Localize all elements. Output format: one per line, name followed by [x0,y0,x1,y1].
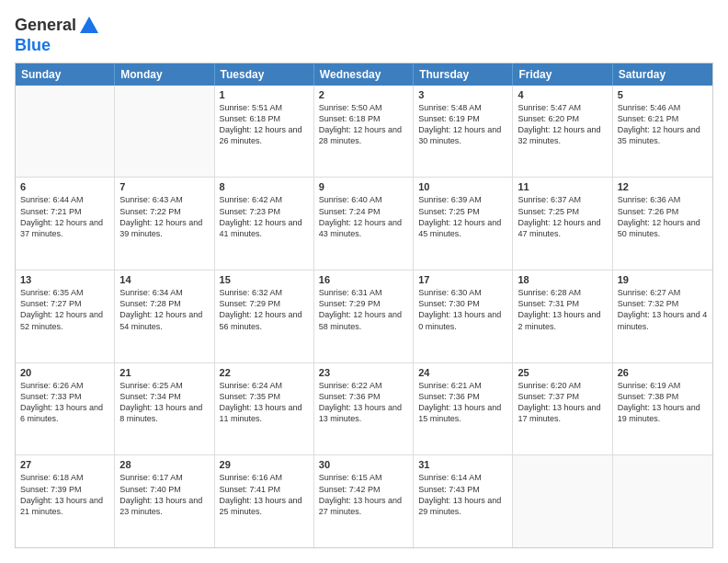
day-info: Sunrise: 6:40 AMSunset: 7:24 PMDaylight:… [319,194,408,239]
cal-cell: 15Sunrise: 6:32 AMSunset: 7:29 PMDayligh… [215,270,314,362]
cal-cell [115,86,214,178]
day-number: 23 [319,367,408,378]
day-number: 19 [618,274,708,285]
day-info: Sunrise: 6:20 AMSunset: 7:37 PMDaylight:… [518,380,607,425]
day-info: Sunrise: 6:27 AMSunset: 7:32 PMDaylight:… [618,287,708,332]
logo: General Blue [15,15,100,55]
cal-cell: 24Sunrise: 6:21 AMSunset: 7:36 PMDayligh… [414,363,513,455]
day-info: Sunrise: 6:34 AMSunset: 7:28 PMDaylight:… [119,287,209,332]
cal-week-row-1: 1Sunrise: 5:51 AMSunset: 6:18 PMDaylight… [16,86,712,178]
cal-week-row-3: 13Sunrise: 6:35 AMSunset: 7:27 PMDayligh… [16,270,712,362]
calendar: SundayMondayTuesdayWednesdayThursdayFrid… [15,63,713,548]
cal-cell: 27Sunrise: 6:18 AMSunset: 7:39 PMDayligh… [16,455,115,547]
day-number: 13 [20,274,109,285]
day-number: 2 [319,89,408,100]
day-number: 30 [319,459,408,470]
cal-cell: 29Sunrise: 6:16 AMSunset: 7:41 PMDayligh… [215,455,314,547]
day-number: 20 [20,367,109,378]
cal-cell: 26Sunrise: 6:19 AMSunset: 7:38 PMDayligh… [613,363,712,455]
cal-cell: 9Sunrise: 6:40 AMSunset: 7:24 PMDaylight… [314,178,414,270]
cal-cell: 18Sunrise: 6:28 AMSunset: 7:31 PMDayligh… [513,270,612,362]
day-number: 29 [220,459,309,470]
logo-text-blue: Blue [15,37,100,55]
cal-header-cell-thursday: Thursday [414,63,513,86]
cal-week-row-5: 27Sunrise: 6:18 AMSunset: 7:39 PMDayligh… [16,454,712,547]
cal-header-cell-friday: Friday [513,63,612,86]
cal-header-cell-wednesday: Wednesday [314,63,414,86]
cal-cell: 6Sunrise: 6:44 AMSunset: 7:21 PMDaylight… [16,178,115,270]
cal-cell: 11Sunrise: 6:37 AMSunset: 7:25 PMDayligh… [513,178,612,270]
day-number: 21 [119,367,209,378]
cal-cell: 3Sunrise: 5:48 AMSunset: 6:19 PMDaylight… [414,86,513,178]
day-info: Sunrise: 5:47 AMSunset: 6:20 PMDaylight:… [518,102,607,147]
day-info: Sunrise: 6:15 AMSunset: 7:42 PMDaylight:… [319,472,408,517]
cal-cell: 30Sunrise: 6:15 AMSunset: 7:42 PMDayligh… [314,455,414,547]
day-number: 25 [518,367,607,378]
day-info: Sunrise: 6:25 AMSunset: 7:34 PMDaylight:… [119,380,209,425]
day-number: 16 [319,274,408,285]
cal-cell: 23Sunrise: 6:22 AMSunset: 7:36 PMDayligh… [314,363,414,455]
day-number: 17 [418,274,507,285]
cal-header-cell-sunday: Sunday [16,63,115,86]
day-number: 3 [418,89,507,100]
cal-cell: 19Sunrise: 6:27 AMSunset: 7:32 PMDayligh… [613,270,712,362]
day-number: 8 [220,181,309,192]
day-number: 9 [319,181,408,192]
day-number: 11 [518,181,607,192]
day-number: 27 [20,459,109,470]
cal-cell: 2Sunrise: 5:50 AMSunset: 6:18 PMDaylight… [314,86,414,178]
cal-cell: 13Sunrise: 6:35 AMSunset: 7:27 PMDayligh… [16,270,115,362]
cal-cell: 21Sunrise: 6:25 AMSunset: 7:34 PMDayligh… [115,363,214,455]
cal-cell: 16Sunrise: 6:31 AMSunset: 7:29 PMDayligh… [314,270,414,362]
day-info: Sunrise: 6:14 AMSunset: 7:43 PMDaylight:… [418,472,507,517]
cal-cell: 14Sunrise: 6:34 AMSunset: 7:28 PMDayligh… [115,270,214,362]
day-info: Sunrise: 6:16 AMSunset: 7:41 PMDaylight:… [220,472,309,517]
day-number: 10 [418,181,507,192]
cal-cell: 28Sunrise: 6:17 AMSunset: 7:40 PMDayligh… [115,455,214,547]
day-info: Sunrise: 6:28 AMSunset: 7:31 PMDaylight:… [518,287,607,332]
day-info: Sunrise: 5:46 AMSunset: 6:21 PMDaylight:… [618,102,708,147]
cal-week-row-2: 6Sunrise: 6:44 AMSunset: 7:21 PMDaylight… [16,177,712,270]
logo-text-general: General [15,17,76,35]
day-info: Sunrise: 6:39 AMSunset: 7:25 PMDaylight:… [418,194,507,239]
day-info: Sunrise: 6:21 AMSunset: 7:36 PMDaylight:… [418,380,507,425]
header: General Blue [15,15,713,55]
day-number: 18 [518,274,607,285]
day-number: 5 [618,89,708,100]
day-info: Sunrise: 6:31 AMSunset: 7:29 PMDaylight:… [319,287,408,332]
cal-cell: 31Sunrise: 6:14 AMSunset: 7:43 PMDayligh… [414,455,513,547]
calendar-header-row: SundayMondayTuesdayWednesdayThursdayFrid… [16,63,712,86]
day-info: Sunrise: 6:35 AMSunset: 7:27 PMDaylight:… [20,287,109,332]
day-info: Sunrise: 6:44 AMSunset: 7:21 PMDaylight:… [20,194,109,239]
day-number: 15 [220,274,309,285]
day-number: 22 [220,367,309,378]
day-number: 4 [518,89,607,100]
day-number: 31 [418,459,507,470]
cal-cell: 1Sunrise: 5:51 AMSunset: 6:18 PMDaylight… [215,86,314,178]
cal-cell: 5Sunrise: 5:46 AMSunset: 6:21 PMDaylight… [613,86,712,178]
day-number: 1 [220,89,309,100]
cal-cell: 4Sunrise: 5:47 AMSunset: 6:20 PMDaylight… [513,86,612,178]
cal-cell: 17Sunrise: 6:30 AMSunset: 7:30 PMDayligh… [414,270,513,362]
svg-marker-0 [80,17,98,33]
day-info: Sunrise: 5:51 AMSunset: 6:18 PMDaylight:… [220,102,309,147]
cal-cell [16,86,115,178]
cal-cell: 10Sunrise: 6:39 AMSunset: 7:25 PMDayligh… [414,178,513,270]
cal-week-row-4: 20Sunrise: 6:26 AMSunset: 7:33 PMDayligh… [16,362,712,455]
day-number: 28 [119,459,209,470]
day-info: Sunrise: 6:24 AMSunset: 7:35 PMDaylight:… [220,380,309,425]
cal-cell: 12Sunrise: 6:36 AMSunset: 7:26 PMDayligh… [613,178,712,270]
cal-cell: 20Sunrise: 6:26 AMSunset: 7:33 PMDayligh… [16,363,115,455]
page: General Blue SundayMondayTuesdayWednesda… [0,0,728,563]
day-number: 7 [119,181,209,192]
day-info: Sunrise: 6:36 AMSunset: 7:26 PMDaylight:… [618,194,708,239]
cal-header-cell-tuesday: Tuesday [215,63,314,86]
day-info: Sunrise: 6:42 AMSunset: 7:23 PMDaylight:… [220,194,309,239]
cal-cell: 7Sunrise: 6:43 AMSunset: 7:22 PMDaylight… [115,178,214,270]
cal-cell: 22Sunrise: 6:24 AMSunset: 7:35 PMDayligh… [215,363,314,455]
day-info: Sunrise: 6:30 AMSunset: 7:30 PMDaylight:… [418,287,507,332]
cal-header-cell-saturday: Saturday [613,63,712,86]
day-number: 26 [618,367,708,378]
day-info: Sunrise: 6:43 AMSunset: 7:22 PMDaylight:… [119,194,209,239]
day-number: 14 [119,274,209,285]
